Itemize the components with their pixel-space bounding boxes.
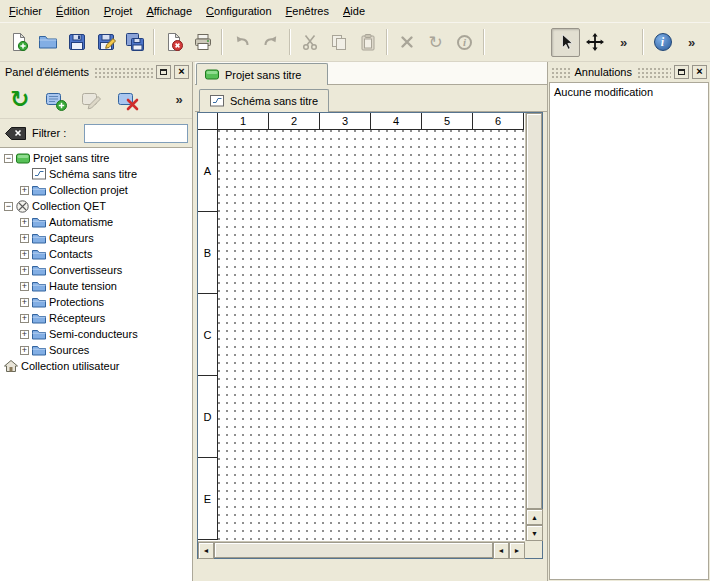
scroll-left-button[interactable]: ◄ [493,542,509,559]
project-tab[interactable]: Projet sans titre [196,63,328,85]
undo-list[interactable]: Aucune modification [549,82,709,580]
new-element-button[interactable] [41,85,71,115]
expand-toggle[interactable]: + [20,218,29,227]
rotate-selection-button[interactable]: ↻ [421,28,450,57]
about-qet-button[interactable] [648,28,677,57]
collapse-toggle[interactable]: − [4,154,13,163]
toolbar-separator [483,29,485,55]
expand-toggle[interactable]: + [20,330,29,339]
expand-toggle[interactable]: + [20,314,29,323]
expand-toggle[interactable]: + [20,298,29,307]
reload-collections-button[interactable]: ↻ [5,85,35,115]
collapse-toggle[interactable]: − [4,202,13,211]
qet-icon [16,200,29,213]
save-all-button[interactable] [120,28,149,57]
tools-overflow-button[interactable]: » [609,28,638,57]
menu-fenetres[interactable]: Fenêtres [279,0,336,22]
scroll-down-button[interactable]: ▼ [526,525,543,541]
menu-edition[interactable]: Édition [49,0,97,22]
scroll-right-button[interactable]: ► [509,542,525,559]
tree-item-protections[interactable]: +Protections [0,294,192,310]
close-undo-button[interactable] [692,65,707,79]
tree-item-schema-sans-titre[interactable]: Schéma sans titre [0,166,192,182]
horizontal-scrollbar[interactable]: ◄ ◄ ► [198,541,525,558]
close-file-button[interactable] [159,28,188,57]
tree-item-recepteurs[interactable]: +Récepteurs [0,310,192,326]
save-as-button[interactable] [91,28,120,57]
new-file-button[interactable] [4,28,33,57]
folder-icon [32,249,46,260]
tree-item-contacts[interactable]: +Contacts [0,246,192,262]
undo-panel-titlebar[interactable]: Annulations [548,62,710,81]
elements-panel-toolbar: ↻» [0,81,192,119]
tree-item-convertisseurs[interactable]: +Convertisseurs [0,262,192,278]
toolbar-separator [642,29,644,55]
paste-button[interactable] [353,28,382,57]
save-button[interactable] [62,28,91,57]
scroll-left-button[interactable]: ◄ [198,542,214,559]
menu-affichage[interactable]: Affichage [139,0,199,22]
tree-item-label: Semi-conducteurs [49,328,138,340]
expand-toggle[interactable]: + [20,186,29,195]
menu-projet[interactable]: Projet [97,0,140,22]
clear-filter-button[interactable] [4,126,27,141]
cut-button[interactable] [295,28,324,57]
tree-item-collection-qet[interactable]: −Collection QET [0,198,192,214]
menu-aide[interactable]: Aide [336,0,372,22]
expand-toggle[interactable]: + [20,234,29,243]
tree-item-capteurs[interactable]: +Capteurs [0,230,192,246]
close-icon [696,66,702,77]
scrollbar-corner [525,541,542,558]
panel-overflow-button[interactable]: » [171,85,187,115]
edit-element-button[interactable] [77,85,107,115]
expand-toggle[interactable]: + [20,266,29,275]
tree-item-semi-conducteurs[interactable]: +Semi-conducteurs [0,326,192,342]
pan-mode-button[interactable] [580,28,609,57]
horizontal-scrollbar-thumb[interactable] [214,542,493,558]
float-undo-button[interactable] [674,65,689,79]
tree-item-label: Collection utilisateur [21,360,119,372]
vertical-scrollbar-thumb[interactable] [526,113,542,509]
schema-tab[interactable]: Schéma sans titre [199,89,329,112]
vertical-scrollbar[interactable]: ▲ ▼ [525,113,542,541]
menu-configuration[interactable]: Configuration [199,0,278,22]
expand-toggle[interactable]: + [20,282,29,291]
undo-button[interactable] [227,28,256,57]
help-overflow-button[interactable]: » [677,28,706,57]
filter-input[interactable] [84,124,188,143]
undo-panel: Annulations Aucune modification [547,62,710,581]
toolbar-separator [289,29,291,55]
open-file-button[interactable] [33,28,62,57]
tree-item-automatisme[interactable]: +Automatisme [0,214,192,230]
tree-item-haute-tension[interactable]: +Haute tension [0,278,192,294]
close-panel-button[interactable] [174,65,189,79]
expand-toggle[interactable]: + [20,346,29,355]
scroll-up-button[interactable]: ▲ [526,509,543,525]
selection-info-button[interactable] [450,28,479,57]
redo-button[interactable] [256,28,285,57]
rotate-icon: ↻ [428,34,442,51]
tree-item-collection-utilisateur[interactable]: Collection utilisateur [0,358,192,374]
delete-element-button[interactable] [113,85,143,115]
folder-icon [32,281,46,292]
toolbar-group: ↻ [392,28,479,57]
toolbar-group [227,28,285,57]
schema-canvas[interactable] [218,130,525,541]
copy-button[interactable] [324,28,353,57]
column-header-5: 5 [422,113,473,130]
row-header-C: C [198,294,218,376]
expand-toggle[interactable]: + [20,250,29,259]
tree-item-projet-sans-titre[interactable]: −Projet sans titre [0,150,192,166]
float-panel-button[interactable] [156,65,171,79]
folder-icon [32,233,46,244]
chevron-icon: » [175,93,182,106]
print-button[interactable] [188,28,217,57]
menu-fichier[interactable]: Fichier [2,0,49,22]
delete-selection-button[interactable] [392,28,421,57]
elements-panel-titlebar[interactable]: Panel d'éléments [0,62,192,81]
folder-open-icon [38,32,58,52]
select-mode-button[interactable] [551,28,580,57]
reload-icon: ↻ [10,88,29,111]
tree-item-collection-projet[interactable]: +Collection projet [0,182,192,198]
tree-item-sources[interactable]: +Sources [0,342,192,358]
